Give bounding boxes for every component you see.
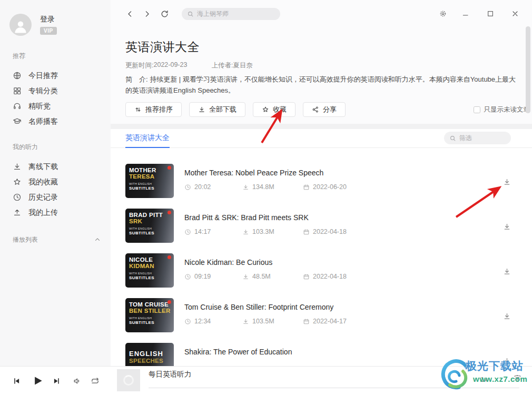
uploader-value: 夏目奈 bbox=[233, 61, 253, 70]
episode-thumbnail[interactable]: NICOLE KIDMAN WITH ENGLISH SUBTITLES bbox=[125, 253, 174, 288]
filter-input[interactable] bbox=[459, 134, 507, 142]
episode-title[interactable]: Shakira: The Power of Education bbox=[184, 348, 292, 356]
back-button[interactable] bbox=[125, 9, 134, 18]
share-button[interactable]: 分享 bbox=[303, 102, 346, 117]
sidebar-item-intensive[interactable]: 精听党 bbox=[0, 98, 111, 114]
album-intro: 简 介: 持续更新 | 观看学习英语演讲，不仅能增长知识，还可以高效提升你的英语… bbox=[125, 74, 519, 96]
thumb-text: SUBTITLES bbox=[129, 321, 174, 325]
album-header: 英语演讲大全 更新时间: 2022-09-23 上传者: 夏目奈 简 介: 持续… bbox=[111, 27, 532, 124]
thumb-text: TERESA bbox=[129, 173, 174, 180]
login-link[interactable]: 登录 bbox=[40, 15, 57, 24]
thumb-text: SPEECHES bbox=[129, 358, 174, 364]
unread-filter[interactable]: 只显示未读文章 bbox=[474, 105, 530, 114]
sidebar: 登录 VIP 推荐 今日推荐 专辑分类 bbox=[0, 0, 111, 366]
episode-title[interactable]: Mother Teresa: Nobel Peace Prize Speech bbox=[184, 169, 347, 177]
unread-checkbox[interactable] bbox=[474, 106, 480, 113]
sidebar-item-uploads[interactable]: 我的上传 bbox=[0, 205, 111, 220]
unread-filter-label: 只显示未读文章 bbox=[484, 105, 530, 114]
app-logo-icon bbox=[123, 375, 134, 386]
episode-download-button[interactable] bbox=[503, 266, 512, 276]
playback-speed-button[interactable]: 1x bbox=[480, 376, 488, 383]
episode-thumbnail[interactable]: MOTHER TERESA WITH ENGLISH SUBTITLES bbox=[125, 164, 174, 198]
thumb-text: KIDMAN bbox=[129, 263, 174, 269]
forward-button[interactable] bbox=[143, 9, 152, 18]
episode-download-button[interactable] bbox=[503, 311, 512, 321]
sidebar-item-categories[interactable]: 专辑分类 bbox=[0, 83, 111, 98]
play-button[interactable] bbox=[31, 374, 44, 388]
maximize-button[interactable] bbox=[486, 9, 495, 18]
episode-download-button[interactable] bbox=[503, 356, 512, 366]
progress-bar[interactable] bbox=[149, 388, 519, 388]
page-title: 英语演讲大全 bbox=[125, 39, 532, 55]
thumb-text: WITH ENGLISH bbox=[129, 183, 174, 186]
favorite-button-label: 收藏 bbox=[273, 105, 287, 114]
calendar-icon bbox=[303, 184, 310, 191]
unread-dot-badge bbox=[168, 300, 171, 304]
close-button[interactable] bbox=[511, 9, 519, 18]
sort-button[interactable]: 推荐排序 bbox=[125, 102, 182, 117]
thumb-text: WITH ENGLISH bbox=[129, 228, 174, 231]
episode-date: 2022-04-17 bbox=[313, 318, 347, 325]
updated-label: 更新时间: bbox=[125, 61, 153, 70]
chevron-up-icon[interactable] bbox=[94, 236, 101, 243]
now-playing-title[interactable]: 每日英语听力 bbox=[149, 370, 191, 379]
episode-thumbnail[interactable]: BRAD PITT SRK WITH ENGLISH SUBTITLES bbox=[125, 209, 174, 243]
playlist-section[interactable]: 播放列表 bbox=[0, 234, 111, 245]
settings-button[interactable] bbox=[439, 9, 447, 18]
episode-row[interactable]: TOM CRUISE BEN STILLER WITH ENGLISH SUBT… bbox=[111, 298, 532, 343]
subtitle-toggle-button[interactable]: 字 bbox=[514, 374, 521, 383]
window-controls bbox=[439, 0, 532, 27]
episode-download-button[interactable] bbox=[503, 177, 512, 186]
vip-badge[interactable]: VIP bbox=[40, 27, 57, 35]
sidebar-item-offline-download[interactable]: 离线下载 bbox=[0, 159, 111, 174]
download-icon bbox=[503, 267, 511, 276]
filter-search[interactable] bbox=[444, 132, 511, 144]
episode-list: MOTHER TERESA WITH ENGLISH SUBTITLES Mot… bbox=[111, 148, 532, 366]
intro-label: 简 介: bbox=[125, 75, 150, 83]
clock-icon bbox=[184, 229, 191, 235]
calendar-icon bbox=[303, 318, 310, 325]
avatar[interactable] bbox=[9, 14, 32, 36]
upload-icon bbox=[13, 208, 22, 217]
episode-date: 2022-04-18 bbox=[313, 273, 347, 280]
episode-title[interactable]: Brad Pitt & SRK: Brad Pitt meets SRK bbox=[184, 213, 347, 222]
episode-row[interactable]: BRAD PITT SRK WITH ENGLISH SUBTITLES Bra… bbox=[111, 209, 532, 253]
download-icon bbox=[503, 357, 511, 366]
minimize-button[interactable] bbox=[461, 9, 470, 18]
globe-icon bbox=[13, 71, 22, 80]
episode-title[interactable]: Nicole Kidman: Be Curious bbox=[184, 258, 347, 266]
global-search-input[interactable] bbox=[197, 10, 271, 17]
now-playing-thumbnail[interactable] bbox=[117, 369, 140, 391]
playlist-label: 播放列表 bbox=[13, 235, 38, 244]
previous-icon bbox=[12, 377, 21, 386]
episode-thumbnail[interactable]: TOM CRUISE BEN STILLER WITH ENGLISH SUBT… bbox=[125, 298, 174, 332]
episode-row[interactable]: MOTHER TERESA WITH ENGLISH SUBTITLES Mot… bbox=[111, 164, 532, 209]
sidebar-item-podcast[interactable]: 名师播客 bbox=[0, 114, 111, 129]
episode-duration: 09:19 bbox=[194, 273, 211, 280]
episode-title[interactable]: Tom Cruise & Ben Stiller: Footprint Cere… bbox=[184, 303, 347, 311]
favorite-button[interactable]: 收藏 bbox=[253, 102, 295, 117]
person-icon bbox=[13, 18, 28, 34]
download-all-button[interactable]: 全部下载 bbox=[189, 102, 245, 117]
repeat-button[interactable] bbox=[91, 377, 100, 386]
sidebar-item-label: 离线下载 bbox=[28, 162, 58, 172]
episode-thumbnail[interactable]: ENGLISH SPEECHES bbox=[125, 343, 174, 366]
sidebar-item-favorites[interactable]: 我的收藏 bbox=[0, 174, 111, 190]
player-bar: 每日英语听力 1x 字 bbox=[0, 366, 532, 395]
volume-button[interactable] bbox=[73, 377, 82, 386]
episode-row[interactable]: ENGLISH SPEECHES Shakira: The Power of E… bbox=[111, 343, 532, 366]
scrollbar-thumb[interactable] bbox=[526, 26, 530, 113]
previous-track-button[interactable] bbox=[12, 377, 21, 386]
sidebar-item-label: 今日推荐 bbox=[28, 71, 58, 81]
refresh-button[interactable] bbox=[160, 9, 169, 18]
next-track-button[interactable] bbox=[52, 377, 61, 386]
sidebar-item-today[interactable]: 今日推荐 bbox=[0, 68, 111, 83]
global-search[interactable] bbox=[182, 8, 280, 20]
tab-album[interactable]: 英语演讲大全 bbox=[125, 133, 170, 148]
episode-size: 103.5M bbox=[252, 318, 274, 325]
sidebar-item-history[interactable]: 历史记录 bbox=[0, 190, 111, 205]
episode-download-button[interactable] bbox=[503, 222, 512, 231]
episode-row[interactable]: NICOLE KIDMAN WITH ENGLISH SUBTITLES Nic… bbox=[111, 253, 532, 298]
episode-size: 134.8M bbox=[252, 183, 274, 191]
updated-value: 2022-09-23 bbox=[153, 61, 187, 70]
